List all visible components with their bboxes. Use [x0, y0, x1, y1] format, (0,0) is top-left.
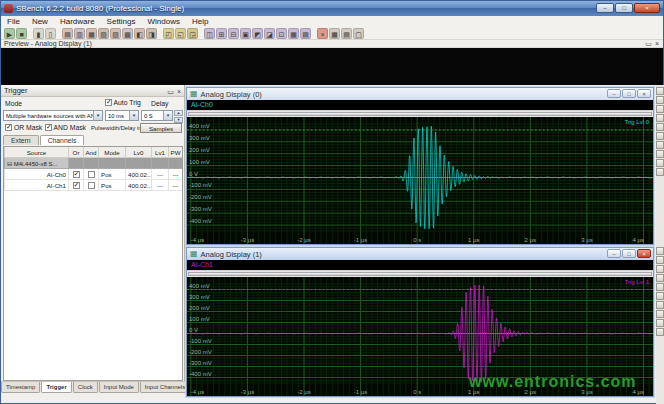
menu-item-help[interactable]: Help [186, 17, 214, 26]
chevron-down-icon[interactable]: ▾ [129, 111, 138, 120]
display-control-button[interactable] [656, 159, 664, 167]
column-header-lv1[interactable]: Lv1 [152, 147, 169, 158]
chevron-down-icon[interactable]: ▾ [93, 111, 102, 120]
display-control-button[interactable] [656, 96, 664, 104]
menu-item-new[interactable]: New [26, 17, 54, 26]
export-file-icon[interactable]: ◲ [187, 28, 198, 39]
layout-icon[interactable]: ▤ [300, 28, 311, 39]
minimize-button[interactable]: – [596, 3, 614, 13]
preview-area[interactable] [1, 48, 663, 85]
tab-trigger[interactable]: Trigger [41, 382, 71, 393]
table-row[interactable]: AI-Ch0Pos400.02...------ [5, 169, 183, 180]
table-row[interactable]: AI-Ch1Pos400.02...------ [5, 180, 183, 191]
xy-display-icon[interactable]: ⊟ [228, 28, 239, 39]
display-control-button[interactable] [656, 105, 664, 113]
pause-icon[interactable]: ▮ [33, 28, 44, 39]
display-control-button[interactable] [656, 150, 664, 158]
auto-trig-checkbox[interactable]: Auto Trig [105, 99, 141, 106]
card-start-icon[interactable]: ▶ [4, 28, 15, 39]
display-control-button[interactable] [656, 141, 664, 149]
scrollbar-thumb[interactable] [188, 272, 652, 276]
display-control-button[interactable] [656, 283, 664, 291]
display-control-button[interactable] [656, 123, 664, 131]
column-header-or[interactable]: Or [69, 147, 84, 158]
display-control-button[interactable] [656, 310, 664, 318]
column-header-pw[interactable]: PW [169, 147, 183, 158]
trigger-mode-select[interactable]: Multiple hardware sources with AND/OR ▾ [3, 110, 103, 121]
analog-display-icon[interactable]: ◫ [204, 28, 215, 39]
trigger-close-icon[interactable]: × [177, 86, 181, 97]
display-control-button[interactable] [656, 328, 664, 336]
timeout-select[interactable]: 10 ms ▾ [105, 110, 139, 121]
hardware-setup-icon[interactable]: ▤ [62, 28, 73, 39]
tab-input-channels[interactable]: Input Channels [140, 382, 190, 393]
column-header-lv0[interactable]: Lv0 [126, 147, 152, 158]
display-control-button[interactable] [656, 265, 664, 273]
display-close-button[interactable]: × [637, 89, 651, 98]
cascade-windows-icon[interactable]: ▦ [329, 28, 340, 39]
and-mask-checkbox-box[interactable] [45, 124, 52, 131]
zoom-tool-icon[interactable]: ◩ [252, 28, 263, 39]
menu-item-file[interactable]: File [1, 17, 26, 26]
display-control-button[interactable] [656, 114, 664, 122]
tab-clock[interactable]: Clock [73, 382, 98, 393]
calculation-icon[interactable]: ▦ [288, 28, 299, 39]
and-mask-checkbox[interactable]: AND Mask [45, 124, 86, 131]
table-group-row[interactable]: ⊟ M4i.4450-x8 S... [5, 158, 183, 169]
open-file-icon[interactable]: ◰ [163, 28, 174, 39]
card-stop-icon[interactable]: ■ [16, 28, 27, 39]
column-header-and[interactable]: And [84, 147, 99, 158]
row-checkbox[interactable] [73, 171, 80, 178]
record-mode-icon[interactable]: ◧ [134, 28, 145, 39]
tab-input-mode[interactable]: Input Mode [99, 382, 139, 393]
info-icon[interactable]: ▢ [353, 28, 364, 39]
row-checkbox[interactable] [88, 171, 95, 178]
samples-button[interactable]: Samples [140, 123, 182, 133]
or-mask-checkbox[interactable]: OR Mask [5, 124, 42, 131]
chevron-down-icon[interactable]: ▾ [163, 111, 172, 120]
save-file-icon[interactable]: ◱ [175, 28, 186, 39]
horizontal-scrollbar[interactable] [187, 110, 653, 117]
trigger-tab-extern[interactable]: Extern [3, 135, 39, 145]
display-control-button[interactable] [656, 301, 664, 309]
close-button[interactable]: × [634, 3, 660, 13]
trigger-table[interactable]: SourceOrAndModeLv0Lv1PW ⊟ M4i.4450-x8 S.… [3, 146, 183, 381]
trigger-float-icon[interactable]: ▭ [167, 86, 174, 97]
fft-display-icon[interactable]: ▣ [240, 28, 251, 39]
digital-display-icon[interactable]: ⊞ [216, 28, 227, 39]
trigger-tab-channels[interactable]: Channels [40, 135, 85, 145]
display-control-button[interactable] [656, 292, 664, 300]
horizontal-scrollbar[interactable] [187, 270, 653, 277]
column-header-source[interactable]: Source [5, 147, 69, 158]
channel-setup-icon[interactable]: ▨ [110, 28, 121, 39]
display-control-button[interactable] [656, 247, 664, 255]
menu-item-hardware[interactable]: Hardware [54, 17, 101, 26]
abort-icon[interactable]: ▯ [45, 28, 56, 39]
display-restore-button[interactable]: □ [622, 89, 636, 98]
preview-close-icon[interactable]: × [655, 40, 659, 48]
waveform-plot[interactable]: Trig Lvl 0 400 mV300 mV200 mV100 mV0 V-1… [187, 117, 653, 244]
row-checkbox[interactable] [88, 182, 95, 189]
column-header-mode[interactable]: Mode [99, 147, 126, 158]
menu-item-settings[interactable]: Settings [101, 17, 142, 26]
maximize-button[interactable]: □ [615, 3, 633, 13]
analog-display-1-titlebar[interactable]: ▦ Analog Display (1) – □ × [187, 248, 653, 260]
close-all-icon[interactable]: × [317, 28, 328, 39]
display-control-button[interactable] [656, 87, 664, 95]
row-checkbox[interactable] [73, 182, 80, 189]
tile-windows-icon[interactable]: ▤ [341, 28, 352, 39]
replay-mode-icon[interactable]: ◨ [146, 28, 157, 39]
display-control-button[interactable] [656, 319, 664, 327]
display-control-button[interactable] [656, 168, 664, 176]
display-control-button[interactable] [656, 256, 664, 264]
cursor-tool-icon[interactable]: ◪ [264, 28, 275, 39]
display-control-button[interactable] [656, 274, 664, 282]
trigger-setup-icon[interactable]: ▧ [98, 28, 109, 39]
display-control-button[interactable] [656, 132, 664, 140]
or-mask-checkbox-box[interactable] [5, 124, 12, 131]
spinner-up-icon[interactable]: ▲ [174, 110, 183, 116]
analog-display-0-titlebar[interactable]: ▦ Analog Display (0) – □ × [187, 88, 653, 100]
menu-item-windows[interactable]: Windows [142, 17, 186, 26]
scrollbar-thumb[interactable] [188, 112, 652, 116]
snapshot-icon[interactable]: ⊡ [276, 28, 287, 39]
